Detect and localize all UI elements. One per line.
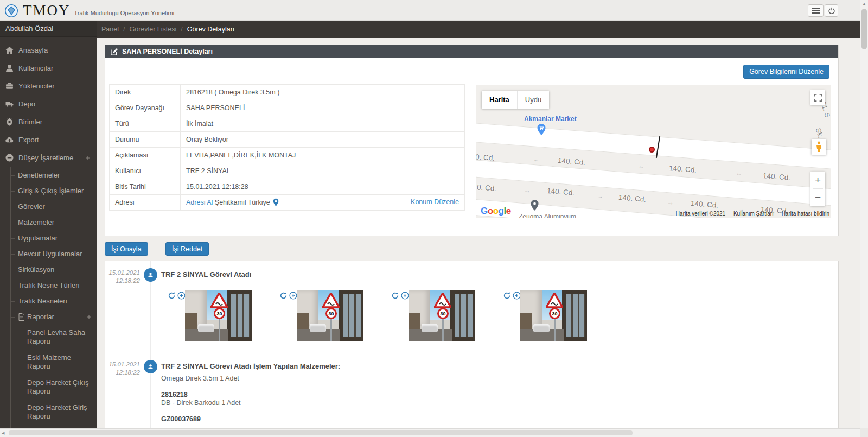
speed-limit-sign: 30: [549, 308, 560, 319]
map-type-uydu-button[interactable]: Uydu: [517, 91, 549, 109]
power-icon: [828, 7, 835, 15]
logout-button[interactable]: [825, 4, 838, 17]
sidebar-item-export[interactable]: Export: [0, 131, 97, 149]
sidebar-item-eski-malzeme-raporu[interactable]: Eski Malzeme Raporu: [11, 350, 97, 375]
sidebar-item-giris-cikis[interactable]: Giriş & Çıkış İşlemler: [11, 183, 97, 199]
task-photo[interactable]: 30: [409, 290, 475, 341]
breadcrumb-gorevler-listesi[interactable]: Görevler Listesi: [129, 26, 176, 33]
sidebar-item-depo-hareket-giris-raporu[interactable]: Depo Hareket Giriş Raporu: [11, 400, 97, 425]
sidebar-item-raporlar[interactable]: Raporlar: [11, 309, 97, 325]
sidebar-item-mevcut-uygulamalar[interactable]: Mevcut Uygulamalar: [11, 246, 97, 262]
aluminum-pin-icon[interactable]: [531, 200, 539, 211]
timeline-entry-title: TRF 2 SİNYAL Görevi Atadı İşlem Yapılan …: [161, 362, 340, 370]
task-details-table: Direk2816218 ( Omega Direk 3.5m ) Görev …: [109, 84, 465, 211]
poi-label-market[interactable]: Akmanlar Market: [524, 115, 577, 123]
street-label: 140. Cd.: [476, 152, 495, 162]
map-type-harita-button[interactable]: Harita: [482, 91, 517, 109]
current-user-name: Abdullah Özdal: [0, 21, 97, 37]
logo[interactable]: TMOY Trafik Müdürlüğü Operasyon Yönetimi: [4, 2, 174, 19]
sidebar-item-trafik-nesneleri[interactable]: Trafik Nesneleri: [11, 293, 97, 309]
map-road: [476, 159, 831, 208]
sidebar-item-dusey-isaretleme[interactable]: Düşey İşaretleme: [0, 149, 97, 167]
sidebar-item-panel-levha-saha-raporu[interactable]: Panel-Levha Saha Raporu: [11, 325, 97, 350]
refresh-icon[interactable]: [168, 292, 176, 300]
fullscreen-icon: [814, 94, 822, 102]
edit-icon: [111, 48, 118, 55]
street-label: 140. Cd.: [762, 172, 790, 182]
pegman-button[interactable]: [812, 139, 826, 155]
sidebar-item-gorevler[interactable]: Görevler: [11, 199, 97, 214]
google-logo[interactable]: Google: [481, 206, 511, 217]
minus-circle-icon: [5, 154, 14, 162]
edit-location-link[interactable]: Konum Düzenle: [411, 198, 459, 206]
speed-limit-sign: 30: [214, 308, 225, 319]
sidebar-item-trafik-nesne-turleri[interactable]: Trafik Nesne Türleri: [11, 277, 97, 293]
document-icon: [18, 313, 25, 321]
task-photo[interactable]: 30: [297, 290, 363, 341]
refresh-icon[interactable]: [279, 292, 288, 300]
scroll-left-icon[interactable]: ◀: [2, 431, 4, 435]
panel-header: SAHA PERSONELİ Detayları: [105, 45, 838, 58]
gear-icon: [5, 118, 14, 126]
download-icon[interactable]: [401, 292, 409, 300]
expand-plus-icon[interactable]: [86, 314, 92, 320]
task-photo[interactable]: 30: [185, 290, 252, 341]
street-label: 140. Cd.: [546, 187, 575, 197]
sidebar-item-alan-sorgu-raporu[interactable]: Alan Sorgu Raporu: [11, 425, 97, 428]
download-icon[interactable]: [289, 292, 297, 300]
download-icon[interactable]: [513, 292, 521, 300]
refresh-icon[interactable]: [503, 292, 511, 300]
sidebar-item-birimler[interactable]: Birimler: [0, 113, 97, 131]
fullscreen-button[interactable]: [810, 90, 825, 105]
horizontal-scroll-thumb[interactable]: [9, 430, 633, 435]
vertical-scroll-thumb[interactable]: [861, 9, 867, 49]
speed-limit-sign: 30: [437, 308, 449, 319]
horizontal-scrollbar[interactable]: ◀: [0, 428, 860, 437]
reject-task-button[interactable]: İşi Reddet: [165, 242, 209, 256]
pegman-icon: [815, 141, 822, 153]
table-row: Direk2816218 ( Omega Direk 3.5m ): [110, 85, 465, 100]
task-photo[interactable]: 30: [520, 290, 587, 341]
user-avatar-icon: [147, 271, 154, 278]
avatar: [144, 268, 157, 282]
sidebar-item-malzemeler[interactable]: Malzemeler: [11, 214, 97, 230]
sidebar-item-depo-hareket-cikis-raporu[interactable]: Depo Hareket Çıkış Raporu: [11, 375, 97, 400]
approve-task-button[interactable]: İşi Onayla: [105, 242, 148, 256]
speed-limit-sign: 30: [326, 308, 337, 319]
sidebar-item-depo[interactable]: Depo: [0, 95, 97, 113]
avatar: [144, 360, 157, 373]
refresh-icon[interactable]: [391, 292, 399, 300]
expand-plus-icon[interactable]: [85, 155, 91, 161]
get-address-link[interactable]: Adresi Al: [186, 199, 213, 206]
terms-link[interactable]: Kullanım Şartları: [733, 211, 774, 217]
location-pin-icon[interactable]: [272, 198, 279, 207]
app-logo-text: TMOY: [23, 2, 71, 19]
material-desc: DB - Direk Barkodu 1 Adet: [161, 399, 241, 407]
zoom-out-button[interactable]: −: [810, 189, 825, 206]
vertical-scrollbar[interactable]: ▲: [860, 0, 868, 428]
street-label: 140. Cd.: [476, 182, 497, 193]
download-icon[interactable]: [177, 292, 186, 300]
photo-actions: [503, 292, 521, 300]
sidebar-item-denetlemeler[interactable]: Denetlemeler: [11, 167, 97, 183]
task-marker[interactable]: [649, 147, 655, 153]
zoom-in-button[interactable]: +: [810, 172, 825, 188]
sidebar-item-anasayfa[interactable]: Anasayfa: [0, 41, 97, 59]
scroll-up-icon[interactable]: ▲: [860, 2, 868, 5]
menu-toggle-button[interactable]: [808, 4, 824, 17]
panel-title: SAHA PERSONELİ Detayları: [122, 48, 213, 55]
sidebar-item-kullanicilar[interactable]: Kullanıcılar: [0, 59, 97, 77]
sidebar-item-sirkulasyon[interactable]: Sirkülasyon: [11, 262, 97, 277]
breadcrumb-panel[interactable]: Panel: [101, 26, 119, 33]
poi-label-aluminum[interactable]: Zeugma Aluminyum: [519, 213, 576, 218]
breadcrumb-gorev-detaylari: Görev Detayları: [187, 26, 235, 33]
google-map[interactable]: 140. Cd. ← 140. Cd. ← 140. Cd. ← 140. Cd…: [476, 85, 831, 218]
map-type-toggle: Harita Uydu: [482, 91, 549, 109]
report-error-link[interactable]: Harita hatası bildirin: [782, 211, 829, 217]
top-bar: TMOY Trafik Müdürlüğü Operasyon Yönetimi: [0, 0, 860, 21]
edit-task-info-button[interactable]: Görev Bilgilerini Düzenle: [743, 65, 829, 79]
photo-actions: [168, 292, 186, 300]
sidebar-item-uygulamalar[interactable]: Uygulamalar: [11, 230, 97, 246]
market-pin-icon[interactable]: [537, 124, 546, 135]
sidebar-item-yukleniciler[interactable]: Yükleniciler: [0, 77, 97, 95]
